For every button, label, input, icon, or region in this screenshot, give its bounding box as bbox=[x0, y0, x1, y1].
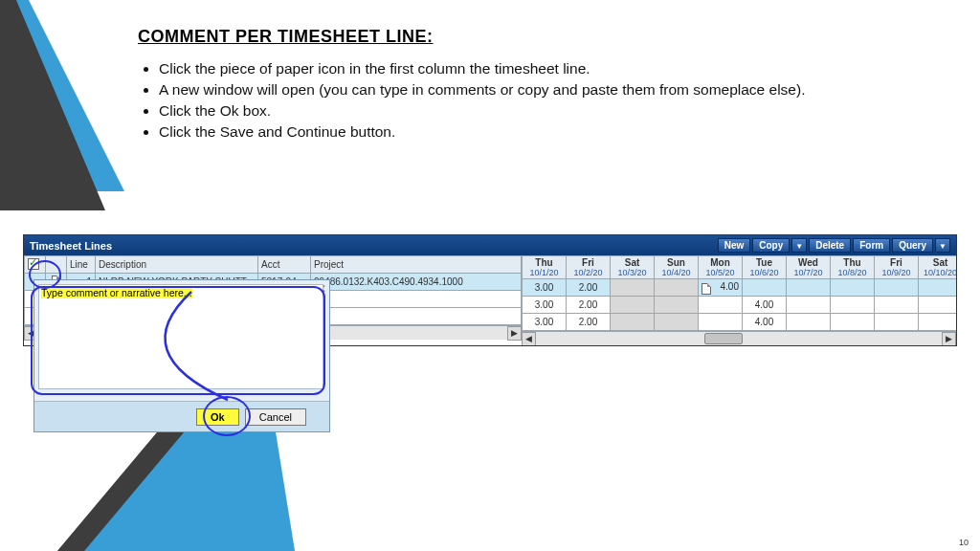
cancel-button[interactable]: Cancel bbox=[245, 408, 306, 426]
table-row[interactable]: 3.002.004.009.00 bbox=[523, 314, 957, 331]
cell-hours[interactable] bbox=[655, 297, 699, 314]
cell-hours[interactable] bbox=[831, 297, 875, 314]
section-heading: COMMENT PER TIMESHEET LINE: bbox=[138, 27, 951, 47]
table-row[interactable]: 3.002.004.009.00 bbox=[523, 297, 957, 314]
col-day: Tue10/6/20 bbox=[743, 256, 787, 279]
cell-hours[interactable] bbox=[875, 297, 919, 314]
cell-hours[interactable] bbox=[699, 297, 743, 314]
col-day: Thu10/8/20 bbox=[831, 256, 875, 279]
cell-hours[interactable] bbox=[611, 279, 655, 297]
cell-hours[interactable]: 4.00 bbox=[743, 314, 787, 331]
copy-button[interactable]: Copy bbox=[752, 238, 790, 253]
grid-right: Thu10/1/20Fri10/2/20Sat10/3/20Sun10/4/20… bbox=[522, 255, 956, 331]
scroll-right-icon[interactable]: ▶ bbox=[507, 326, 522, 341]
col-acct: Acct bbox=[258, 256, 311, 274]
ok-button[interactable]: Ok bbox=[196, 408, 239, 426]
cell-hours[interactable] bbox=[655, 314, 699, 331]
col-day: Fri10/9/20 bbox=[875, 256, 919, 279]
col-day: Wed10/7/20 bbox=[787, 256, 831, 279]
popup-buttons: Ok Cancel bbox=[34, 401, 329, 431]
bullet-item: Click the piece of paper icon in the fir… bbox=[159, 60, 951, 77]
instruction-list: Click the piece of paper icon in the fir… bbox=[138, 60, 951, 141]
col-description: Description bbox=[96, 256, 258, 274]
cell-hours[interactable] bbox=[787, 279, 831, 297]
col-line: Line bbox=[67, 256, 96, 274]
cell-hours[interactable]: 2.00 bbox=[567, 297, 611, 314]
cell-hours[interactable]: 3.00 bbox=[523, 314, 567, 331]
cell-hours[interactable] bbox=[611, 314, 655, 331]
col-select bbox=[25, 256, 46, 274]
scroll-left-icon[interactable]: ◀ bbox=[522, 332, 536, 345]
new-button[interactable]: New bbox=[718, 238, 751, 253]
col-day: Thu10/1/20 bbox=[523, 256, 567, 279]
cell-hours[interactable]: 3.00 bbox=[523, 279, 567, 297]
cell-hours[interactable]: 3.00 bbox=[523, 297, 567, 314]
col-day: Sat10/10/20 bbox=[919, 256, 957, 279]
query-dropdown-icon[interactable] bbox=[935, 238, 950, 253]
cell-hours[interactable] bbox=[787, 314, 831, 331]
bullet-item: A new window will open (you can type in … bbox=[159, 81, 951, 99]
table-row[interactable]: 3.002.004.009.00 bbox=[523, 279, 957, 297]
cell-hours[interactable] bbox=[831, 279, 875, 297]
scroll-right-icon[interactable]: ▶ bbox=[942, 332, 956, 345]
comment-textarea[interactable]: Type comment or narrative here... bbox=[38, 284, 323, 389]
col-day: Mon10/5/20 bbox=[699, 256, 743, 279]
cell-hours[interactable]: 4.00 bbox=[743, 297, 787, 314]
cell-hours[interactable] bbox=[875, 314, 919, 331]
copy-dropdown-icon[interactable] bbox=[791, 238, 807, 253]
col-day: Fri10/2/20 bbox=[567, 256, 611, 279]
cell-hours[interactable] bbox=[919, 279, 957, 297]
cell-hours[interactable] bbox=[831, 314, 875, 331]
col-project: Project bbox=[311, 256, 522, 274]
scroll-thumb[interactable] bbox=[704, 333, 743, 344]
bullet-item: Click the Save and Continue button. bbox=[159, 123, 951, 141]
cell-hours[interactable] bbox=[919, 314, 957, 331]
cell-hours[interactable] bbox=[743, 279, 787, 297]
cell-hours[interactable] bbox=[919, 297, 957, 314]
right-scrollbar[interactable]: ◀ ▶ bbox=[522, 331, 956, 345]
instruction-block: COMMENT PER TIMESHEET LINE: Click the pi… bbox=[138, 27, 951, 144]
cell-hours[interactable]: 2.00 bbox=[567, 279, 611, 297]
query-button[interactable]: Query bbox=[892, 238, 933, 253]
cell-hours[interactable] bbox=[655, 279, 699, 297]
cell-hours[interactable]: 2.00 bbox=[567, 314, 611, 331]
cell-hours[interactable] bbox=[699, 314, 743, 331]
page-number: 10 bbox=[959, 538, 969, 547]
cell-hours[interactable]: 4.00 bbox=[699, 279, 743, 297]
comment-placeholder: Type comment or narrative here... bbox=[41, 287, 192, 298]
comment-paper-icon[interactable] bbox=[702, 283, 711, 295]
col-comment bbox=[46, 256, 67, 274]
cell-hours[interactable] bbox=[875, 279, 919, 297]
cell-hours[interactable] bbox=[611, 297, 655, 314]
comment-popup: ✕ Type comment or narrative here... Ok C… bbox=[33, 279, 330, 432]
app-header: Timesheet Lines New Copy Delete Form Que… bbox=[24, 235, 956, 255]
form-button[interactable]: Form bbox=[853, 238, 890, 253]
col-day: Sun10/4/20 bbox=[655, 256, 699, 279]
app-title: Timesheet Lines bbox=[30, 240, 716, 252]
delete-button[interactable]: Delete bbox=[809, 238, 851, 253]
bullet-item: Click the Ok box. bbox=[159, 102, 951, 120]
select-all-checkbox[interactable] bbox=[28, 258, 39, 270]
col-day: Sat10/3/20 bbox=[611, 256, 655, 279]
cell-hours[interactable] bbox=[787, 297, 831, 314]
